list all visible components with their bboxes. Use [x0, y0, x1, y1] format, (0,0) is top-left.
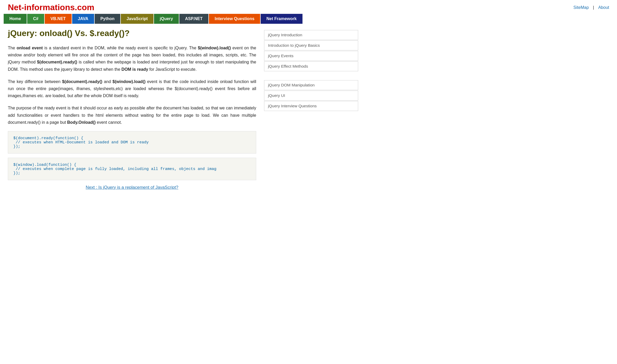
- sidebar-link-jquery-introduction[interactable]: jQuery Introduction: [264, 30, 358, 40]
- nav-item-vb-net[interactable]: VB.NET: [45, 14, 72, 24]
- article-para-3: The purpose of the ready event is that i…: [8, 104, 256, 126]
- bold-window-load-2: $(window).load(): [112, 79, 145, 84]
- sidebar-link-introduction-to-jquery-basics[interactable]: Introduction to jQuery Basics: [264, 40, 358, 50]
- code-block-2: $(window).load(function() { // executes …: [8, 158, 256, 180]
- header-links: SiteMap | About: [573, 5, 609, 10]
- about-link[interactable]: About: [598, 5, 609, 10]
- nav-item-interview-questions[interactable]: Interview Questions: [209, 14, 260, 24]
- nav-item-home[interactable]: Home: [4, 14, 27, 24]
- article-para-2: The key difference between $(document).r…: [8, 78, 256, 99]
- sidebar: jQuery IntroductionIntroduction to jQuer…: [264, 28, 358, 190]
- site-title: Net-informations.com: [8, 3, 94, 12]
- article-para-1: The onload event is a standard event in …: [8, 44, 256, 73]
- sidebar-link-jquery-interview-questions[interactable]: jQuery Interview Questions: [264, 101, 358, 111]
- sidebar-spacer: [264, 77, 358, 80]
- next-link[interactable]: Next : Is jQuery is a replacement of Jav…: [8, 185, 256, 190]
- navbar: HomeC#VB.NETJAVAPythonJavaScriptjQueryAS…: [0, 14, 617, 24]
- bold-body-onload: Body.Onload(): [67, 120, 96, 125]
- nav-item-java[interactable]: JAVA: [72, 14, 94, 24]
- header: Net-informations.com SiteMap | About: [0, 0, 617, 14]
- sidebar-group-2: jQuery DOM ManipulationjQuery UIjQuery I…: [264, 80, 358, 111]
- bold-doc-ready-2: $(document).ready(): [62, 79, 102, 84]
- nav-item-jquery[interactable]: jQuery: [154, 14, 179, 24]
- sidebar-group-1: jQuery IntroductionIntroduction to jQuer…: [264, 30, 358, 71]
- page-title: jQuery: onload() Vs. $.ready()?: [8, 28, 256, 38]
- sitemap-link[interactable]: SiteMap: [573, 5, 589, 10]
- bold-dom-ready: DOM is ready: [122, 67, 148, 72]
- content: jQuery: onload() Vs. $.ready()? The onlo…: [8, 28, 256, 190]
- nav-item-c-[interactable]: C#: [27, 14, 44, 24]
- bold-doc-ready: $(document).ready(): [37, 60, 77, 64]
- bold-window-load: $(window).load(): [198, 46, 231, 50]
- sidebar-link-jquery-effect-methods[interactable]: jQuery Effect Methods: [264, 61, 358, 71]
- code-block-1: $(document).ready(function() { // execut…: [8, 131, 256, 154]
- nav-item-asp-net[interactable]: ASP.NET: [179, 14, 208, 24]
- sidebar-link-jquery-ui[interactable]: jQuery UI: [264, 91, 358, 101]
- nav-item-net-framework[interactable]: Net Framework: [261, 14, 302, 24]
- bold-onload-event: onload event: [17, 46, 43, 50]
- nav-item-javascript[interactable]: JavaScript: [121, 14, 153, 24]
- sidebar-link-jquery-events[interactable]: jQuery Events: [264, 51, 358, 61]
- nav-item-python[interactable]: Python: [95, 14, 120, 24]
- main-layout: jQuery: onload() Vs. $.ready()? The onlo…: [0, 28, 617, 190]
- sidebar-link-jquery-dom-manipulation[interactable]: jQuery DOM Manipulation: [264, 80, 358, 90]
